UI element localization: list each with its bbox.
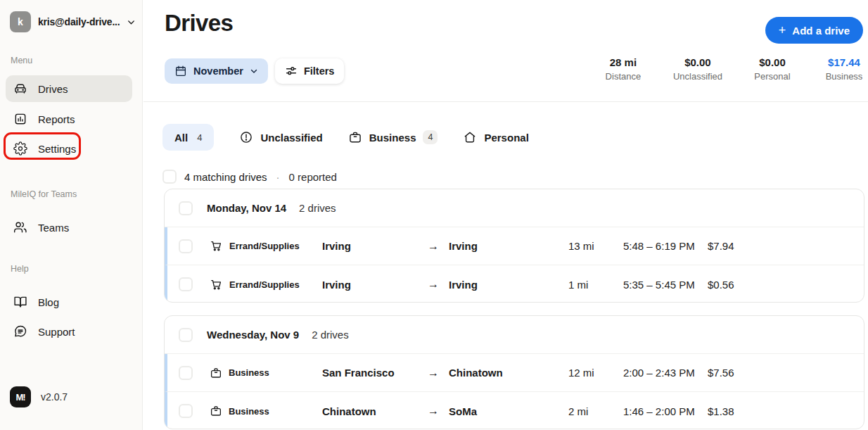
stat-value: $0.00: [673, 56, 722, 68]
mileiq-logo: M!: [10, 386, 31, 407]
briefcase-icon: [210, 405, 222, 417]
drive-time: 5:48 – 6:19 PM: [623, 240, 708, 252]
tab-unclassified[interactable]: Unclassified: [239, 130, 322, 144]
drive-amount: $7.94: [708, 240, 734, 252]
drive-category: Business: [229, 406, 269, 417]
people-icon: [13, 220, 27, 234]
sidebar: k kris@daily-drive... Menu Drives Report…: [0, 0, 143, 430]
avatar: k: [10, 11, 31, 32]
drive-distance: 2 mi: [568, 405, 623, 417]
alert-circle-icon: [239, 130, 253, 144]
sidebar-item-drives[interactable]: Drives: [6, 75, 132, 102]
group-drive-count: 2 drives: [312, 329, 349, 341]
sidebar-item-label: Reports: [38, 113, 75, 125]
month-dropdown[interactable]: November: [165, 58, 268, 84]
group-header: Wednesday, Nov 9 2 drives: [165, 316, 864, 354]
dot-separator: ·: [276, 171, 280, 183]
drive-amount: $0.56: [708, 279, 734, 291]
stat-distance: 28 mi Distance: [601, 56, 645, 82]
drive-amount: $1.38: [708, 405, 734, 417]
home-icon: [463, 130, 477, 144]
app-window: k kris@daily-drive... Menu Drives Report…: [0, 0, 868, 430]
group-checkbox[interactable]: [179, 328, 193, 342]
stat-label: Personal: [751, 71, 794, 82]
group-date: Wednesday, Nov 9: [207, 329, 299, 341]
drive-row[interactable]: Business Chinatown → SoMa 2 mi 1:46 – 2:…: [165, 392, 864, 429]
stat-value: $17.44: [822, 56, 866, 68]
calendar-icon: [174, 65, 187, 77]
group-date: Monday, Nov 14: [207, 202, 286, 214]
stat-label: Unclassified: [673, 71, 722, 82]
drive-distance: 12 mi: [568, 367, 623, 379]
drive-checkbox[interactable]: [179, 277, 193, 291]
drive-origin: Irving: [322, 240, 428, 252]
stat-label: Distance: [601, 71, 645, 82]
stat-business: $17.44 Business: [822, 56, 866, 82]
sidebar-item-label: Teams: [38, 222, 69, 234]
select-all-checkbox[interactable]: [162, 170, 177, 184]
stat-value: 28 mi: [601, 56, 645, 68]
arrow-right-icon: →: [428, 367, 449, 379]
briefcase-icon: [348, 130, 362, 144]
drive-destination: Irving: [449, 240, 568, 252]
arrow-right-icon: →: [428, 240, 449, 253]
briefcase-icon: [210, 367, 222, 379]
sidebar-item-blog[interactable]: Blog: [6, 289, 132, 315]
drive-category: Errand/Supplies: [229, 279, 300, 290]
matching-count: 4 matching drives: [184, 171, 267, 183]
version-text: v2.0.7: [41, 391, 68, 403]
sidebar-item-label: Blog: [38, 296, 59, 308]
tab-personal[interactable]: Personal: [463, 130, 528, 144]
arrow-right-icon: →: [428, 405, 449, 417]
tab-business[interactable]: Business 4: [348, 130, 438, 144]
gear-icon: [13, 141, 27, 156]
drive-destination: Irving: [449, 279, 568, 291]
drive-checkbox[interactable]: [179, 366, 193, 380]
drive-row[interactable]: Errand/Supplies Irving → Irving 1 mi 5:3…: [165, 265, 864, 303]
drive-origin: San Francisco: [322, 367, 428, 379]
filters-button[interactable]: Filters: [275, 58, 345, 84]
tab-all[interactable]: All 4: [162, 124, 214, 151]
drive-checkbox[interactable]: [179, 404, 193, 418]
drive-group-card: Monday, Nov 14 2 drives Errand/Supplies …: [164, 189, 864, 303]
tab-label: Business: [369, 132, 416, 144]
cart-icon: [210, 278, 223, 291]
group-header: Monday, Nov 14 2 drives: [165, 189, 864, 227]
sidebar-item-reports[interactable]: Reports: [6, 106, 132, 132]
drive-row[interactable]: Errand/Supplies Irving → Irving 13 mi 5:…: [165, 227, 864, 265]
drive-destination: Chinatown: [449, 367, 568, 379]
classification-tabs: All 4 Unclassified Business 4 Personal: [162, 124, 529, 151]
cart-icon: [210, 239, 223, 253]
page-title: Drives: [165, 10, 233, 37]
chevron-down-icon: [127, 18, 136, 27]
tab-count: 4: [197, 132, 202, 143]
chevron-down-icon: [250, 67, 258, 75]
sidebar-item-settings[interactable]: Settings: [6, 135, 132, 162]
drive-distance: 1 mi: [568, 279, 623, 291]
filters-label: Filters: [304, 65, 335, 77]
sidebar-item-label: Support: [38, 326, 75, 338]
results-summary: 4 matching drives · 0 reported: [162, 170, 337, 184]
reported-count: 0 reported: [289, 171, 337, 183]
drive-category: Business: [229, 367, 269, 378]
teams-section-label: MileIQ for Teams: [11, 189, 77, 199]
drive-category: Errand/Supplies: [229, 241, 300, 251]
menu-section-label: Menu: [11, 56, 32, 65]
header-divider: [143, 101, 868, 102]
toolbar: November Filters: [165, 58, 344, 84]
stat-label: Business: [822, 71, 866, 82]
drive-checkbox[interactable]: [179, 239, 193, 253]
drive-row[interactable]: Business San Francisco → Chinatown 12 mi…: [165, 354, 864, 392]
drive-destination: SoMa: [449, 405, 568, 417]
sidebar-item-support[interactable]: Support: [6, 318, 132, 345]
stat-personal: $0.00 Personal: [751, 56, 794, 82]
sidebar-item-label: Drives: [38, 83, 68, 95]
group-checkbox[interactable]: [179, 201, 193, 215]
drive-time: 2:00 – 2:43 PM: [623, 367, 708, 379]
add-drive-button[interactable]: + Add a drive: [765, 17, 863, 44]
sidebar-item-teams[interactable]: Teams: [6, 214, 132, 241]
account-switcher[interactable]: k kris@daily-drive...: [10, 11, 136, 32]
drive-time: 5:35 – 5:45 PM: [623, 279, 708, 291]
sidebar-item-label: Settings: [38, 143, 76, 155]
drive-distance: 13 mi: [568, 240, 623, 252]
